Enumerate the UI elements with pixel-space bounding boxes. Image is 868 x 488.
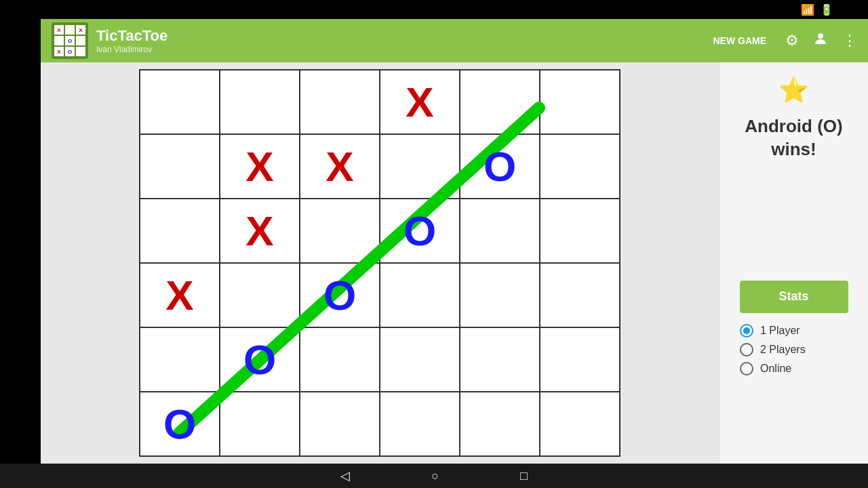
cell-1-4[interactable]: O	[460, 134, 540, 199]
player-options: 1 Player 2 Players Online	[726, 324, 861, 375]
x-mark: X	[406, 79, 433, 125]
cell-0-5[interactable]	[540, 70, 620, 134]
cell-5-4[interactable]	[460, 392, 540, 456]
new-game-button[interactable]: NEW GAME	[707, 33, 772, 49]
app-subtitle: Ivan Vladimirov	[96, 45, 699, 54]
nav-bar: ◁ ○ □	[0, 464, 868, 488]
app-logo: X X O X O	[52, 22, 88, 59]
cell-1-1[interactable]: X	[220, 134, 300, 199]
o-mark: O	[403, 207, 436, 254]
cell-4-0[interactable]	[140, 327, 220, 392]
online-label: Online	[760, 363, 791, 375]
cell-0-4[interactable]	[460, 70, 540, 134]
o-mark: O	[484, 143, 516, 190]
time: 7:08	[839, 3, 860, 16]
cell-5-2[interactable]	[300, 392, 380, 456]
recent-button[interactable]: □	[520, 469, 528, 483]
side-panel: ⭐ Android (O)wins! Stats 1 Player 2 Play…	[719, 62, 868, 464]
cell-5-0[interactable]: O	[140, 392, 220, 456]
online-radio[interactable]	[740, 362, 753, 375]
cell-5-1[interactable]	[220, 392, 300, 456]
one-player-radio[interactable]	[740, 324, 753, 338]
winner-badge: ⭐	[778, 76, 809, 104]
cell-3-5[interactable]	[540, 263, 620, 327]
cell-0-2[interactable]	[300, 70, 380, 134]
cell-5-5[interactable]	[540, 392, 620, 456]
board-area: XXXOXOXOOO	[41, 62, 719, 464]
cell-3-2[interactable]: O	[300, 263, 380, 327]
cell-4-1[interactable]: O	[220, 327, 300, 392]
two-players-label: 2 Players	[760, 344, 806, 356]
cell-2-5[interactable]	[540, 199, 620, 263]
cell-0-1[interactable]	[220, 70, 300, 134]
cell-0-0[interactable]	[140, 70, 220, 134]
profile-icon[interactable]	[812, 30, 829, 51]
home-button[interactable]: ○	[431, 469, 439, 483]
main-content: XXXOXOXOOO ⭐ Android (O)wins! Stats 1 Pl…	[41, 62, 868, 464]
cell-3-3[interactable]	[380, 263, 460, 327]
cell-4-3[interactable]	[380, 327, 460, 392]
cell-1-0[interactable]	[140, 134, 220, 199]
cell-4-4[interactable]	[460, 327, 540, 392]
svg-point-0	[818, 33, 823, 39]
status-bar: 📶 🔋 7:08	[0, 0, 868, 19]
cell-2-2[interactable]	[300, 199, 380, 263]
app-title: TicTacToe	[96, 27, 699, 45]
cell-2-3[interactable]: O	[380, 199, 460, 263]
two-players-option[interactable]: 2 Players	[740, 343, 861, 357]
cell-1-5[interactable]	[540, 134, 620, 199]
x-mark: X	[165, 272, 193, 319]
cell-3-4[interactable]	[460, 263, 540, 327]
app-container: X X O X O TicTacToe Ivan Vladimirov NEW …	[41, 19, 868, 464]
wifi-icon: 📶	[801, 3, 814, 16]
x-mark: X	[245, 207, 273, 254]
app-title-block: TicTacToe Ivan Vladimirov	[96, 27, 699, 54]
cell-5-3[interactable]	[380, 392, 460, 456]
two-players-radio[interactable]	[740, 343, 753, 357]
winner-text: Android (O)wins!	[745, 115, 842, 161]
cell-2-0[interactable]	[140, 199, 220, 263]
settings-icon[interactable]: ⚙	[785, 32, 799, 49]
cell-2-1[interactable]: X	[220, 199, 300, 263]
online-option[interactable]: Online	[740, 362, 861, 375]
toolbar: X X O X O TicTacToe Ivan Vladimirov NEW …	[41, 19, 868, 62]
o-mark: O	[243, 336, 276, 383]
o-mark: O	[163, 401, 196, 447]
cell-3-1[interactable]	[220, 263, 300, 327]
o-mark: O	[323, 272, 356, 319]
cell-4-2[interactable]	[300, 327, 380, 392]
game-grid: XXXOXOXOOO	[139, 69, 620, 457]
x-mark: X	[245, 143, 273, 190]
cell-1-2[interactable]: X	[300, 134, 380, 199]
back-button[interactable]: ◁	[340, 468, 350, 483]
x-mark: X	[326, 143, 353, 190]
cell-1-3[interactable]	[380, 134, 460, 199]
stats-button[interactable]: Stats	[740, 281, 848, 313]
one-player-option[interactable]: 1 Player	[740, 324, 861, 338]
game-board: XXXOXOXOOO	[139, 69, 620, 457]
menu-icon[interactable]: ⋮	[842, 32, 857, 49]
cell-0-3[interactable]: X	[380, 70, 460, 134]
cell-2-4[interactable]	[460, 199, 540, 263]
cell-4-5[interactable]	[540, 327, 620, 392]
cell-3-0[interactable]: X	[140, 263, 220, 327]
toolbar-actions: NEW GAME ⚙ ⋮	[707, 30, 857, 51]
one-player-label: 1 Player	[760, 325, 800, 337]
battery-icon: 🔋	[820, 3, 833, 16]
